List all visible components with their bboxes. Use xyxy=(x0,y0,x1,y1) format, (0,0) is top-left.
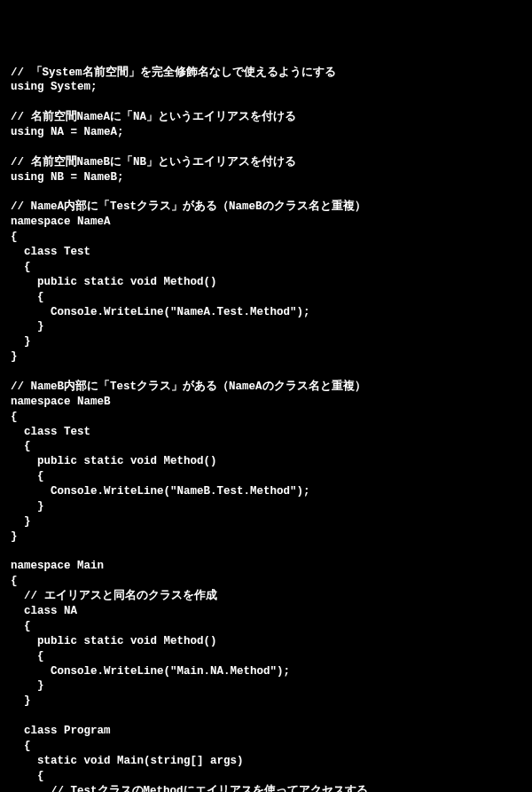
code-block: // 「System名前空間」を完全修飾名なしで使えるようにする using S… xyxy=(11,66,521,793)
